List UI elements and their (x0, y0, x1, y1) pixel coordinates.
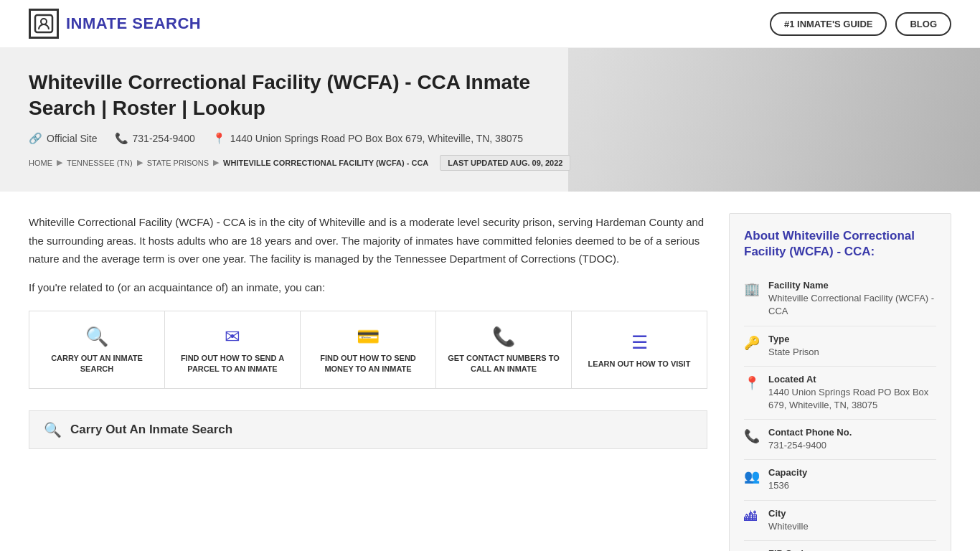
action-card-icon-3: 📞 (492, 327, 515, 346)
sidebar-row-0: 🏢 Facility Name Whiteville Correctional … (744, 273, 936, 326)
action-card-0[interactable]: 🔍 CARRY OUT AN INMATE SEARCH (29, 311, 165, 388)
sidebar-row-content-3: Contact Phone No. 731-254-9400 (768, 427, 852, 452)
action-card-icon-4: ☰ (631, 333, 648, 352)
breadcrumb-category[interactable]: STATE PRISONS (147, 159, 209, 167)
sidebar: About Whiteville Correctional Facility (… (729, 213, 951, 551)
action-card-icon-0: 🔍 (85, 327, 108, 346)
section-title: Carry Out An Inmate Search (70, 423, 232, 437)
location-icon: 📍 (212, 132, 226, 145)
sidebar-row-value-1: State Prison (768, 346, 819, 359)
sidebar-row-label-6: ZIP Code (768, 548, 809, 551)
sidebar-row-value-2: 1440 Union Springs Road PO Box Box 679, … (768, 386, 936, 412)
address-item: 📍 1440 Union Springs Road PO Box Box 679… (212, 132, 523, 145)
breadcrumb-current: WHITEVILLE CORRECTIONAL FACILITY (WCFA) … (223, 159, 428, 167)
sidebar-row-icon-5: 🏙 (744, 509, 760, 524)
sidebar-row-icon-3: 📞 (744, 428, 760, 444)
sidebar-row-label-1: Type (768, 334, 819, 344)
breadcrumb-sep-3: ▶ (213, 158, 219, 167)
logo-text: INMATE SEARCH (66, 14, 201, 33)
sidebar-row-2: 📍 Located At 1440 Union Springs Road PO … (744, 367, 936, 420)
action-cards: 🔍 CARRY OUT AN INMATE SEARCH ✉ FIND OUT … (29, 311, 707, 389)
sidebar-row-6: ✉ ZIP Code 38075 (744, 541, 936, 551)
main-content: Whiteville Correctional Facility (WCFA) … (0, 192, 980, 551)
sidebar-row-label-2: Located At (768, 374, 936, 385)
breadcrumb-sep-1: ▶ (57, 158, 62, 167)
sidebar-row-content-0: Facility Name Whiteville Correctional Fa… (768, 280, 936, 318)
action-card-label-4: LEARN OUT HOW TO VISIT (588, 359, 691, 369)
sidebar-row-content-4: Capacity 1536 (768, 467, 807, 492)
action-card-label-2: FIND OUT HOW TO SEND MONEY TO AN INMATE (308, 353, 428, 375)
official-site-label: Official Site (47, 133, 98, 144)
sidebar-card: About Whiteville Correctional Facility (… (729, 213, 951, 551)
inmate-search-section-header: 🔍 Carry Out An Inmate Search (29, 410, 707, 449)
breadcrumb-home[interactable]: HOME (29, 159, 52, 167)
sidebar-title: About Whiteville Correctional Facility (… (744, 228, 936, 260)
sidebar-row-icon-2: 📍 (744, 375, 760, 391)
sidebar-row-value-4: 1536 (768, 479, 807, 492)
action-card-label-0: CARRY OUT AN INMATE SEARCH (37, 353, 157, 375)
sidebar-row-label-3: Contact Phone No. (768, 427, 852, 438)
header-nav: #1 INMATE'S GUIDE BLOG (770, 12, 951, 36)
sidebar-row-label-5: City (768, 508, 809, 519)
content-left: Whiteville Correctional Facility (WCFA) … (29, 213, 707, 551)
site-header: INMATE SEARCH #1 INMATE'S GUIDE BLOG (0, 0, 980, 48)
phone-number: 731-254-9400 (133, 133, 195, 144)
breadcrumb: HOME ▶ TENNESSEE (TN) ▶ STATE PRISONS ▶ … (29, 155, 951, 171)
sidebar-row-label-4: Capacity (768, 467, 807, 478)
page-title: Whiteville Correctional Facility (WCFA) … (29, 70, 567, 122)
sidebar-row-3: 📞 Contact Phone No. 731-254-9400 (744, 420, 936, 460)
link-icon: 🔗 (29, 132, 42, 145)
action-card-1[interactable]: ✉ FIND OUT HOW TO SEND A PARCEL TO AN IN… (165, 311, 301, 388)
address-text: 1440 Union Springs Road PO Box Box 679, … (230, 133, 523, 144)
logo-area: INMATE SEARCH (29, 9, 201, 39)
last-updated-badge: LAST UPDATED AUG. 09, 2022 (440, 155, 570, 171)
sidebar-row-4: 👥 Capacity 1536 (744, 460, 936, 500)
official-site-link[interactable]: 🔗 Official Site (29, 132, 98, 145)
blog-button[interactable]: BLOG (895, 12, 951, 36)
action-card-label-1: FIND OUT HOW TO SEND A PARCEL TO AN INMA… (172, 353, 293, 375)
svg-point-1 (41, 19, 47, 24)
description-section: Whiteville Correctional Facility (WCFA) … (29, 213, 707, 296)
hero-meta: 🔗 Official Site 📞 731-254-9400 📍 1440 Un… (29, 132, 951, 145)
sidebar-row-content-6: ZIP Code 38075 (768, 548, 809, 551)
action-card-icon-1: ✉ (225, 327, 240, 346)
description-para1: Whiteville Correctional Facility (WCFA) … (29, 213, 707, 268)
sidebar-row-value-3: 731-254-9400 (768, 439, 852, 452)
sidebar-rows: 🏢 Facility Name Whiteville Correctional … (744, 273, 936, 551)
guide-button[interactable]: #1 INMATE'S GUIDE (770, 12, 887, 36)
sidebar-row-icon-1: 🔑 (744, 335, 760, 351)
breadcrumb-sep-2: ▶ (137, 158, 143, 167)
section-search-icon: 🔍 (44, 421, 62, 438)
sidebar-row-content-2: Located At 1440 Union Springs Road PO Bo… (768, 374, 936, 412)
action-card-2[interactable]: 💳 FIND OUT HOW TO SEND MONEY TO AN INMAT… (301, 311, 436, 388)
action-card-label-3: GET CONTACT NUMBERS TO CALL AN INMATE (443, 353, 564, 375)
action-card-icon-2: 💳 (357, 327, 380, 346)
hero-section: Whiteville Correctional Facility (WCFA) … (0, 48, 980, 192)
sidebar-row-content-1: Type State Prison (768, 334, 819, 359)
sidebar-row-icon-4: 👥 (744, 468, 760, 484)
breadcrumb-state[interactable]: TENNESSEE (TN) (67, 159, 133, 167)
sidebar-row-5: 🏙 City Whiteville (744, 501, 936, 541)
sidebar-row-content-5: City Whiteville (768, 508, 809, 533)
sidebar-row-icon-0: 🏢 (744, 281, 760, 297)
sidebar-row-label-0: Facility Name (768, 280, 936, 291)
sidebar-row-1: 🔑 Type State Prison (744, 326, 936, 367)
phone-icon: 📞 (115, 132, 128, 145)
sidebar-row-value-5: Whiteville (768, 520, 809, 533)
sidebar-row-value-0: Whiteville Correctional Facility (WCFA) … (768, 292, 936, 318)
logo-icon (29, 9, 59, 39)
action-card-4[interactable]: ☰ LEARN OUT HOW TO VISIT (572, 311, 707, 388)
phone-item: 📞 731-254-9400 (115, 132, 195, 145)
description-para2: If you're related to (or an acquaintance… (29, 278, 707, 297)
action-card-3[interactable]: 📞 GET CONTACT NUMBERS TO CALL AN INMATE (436, 311, 572, 388)
